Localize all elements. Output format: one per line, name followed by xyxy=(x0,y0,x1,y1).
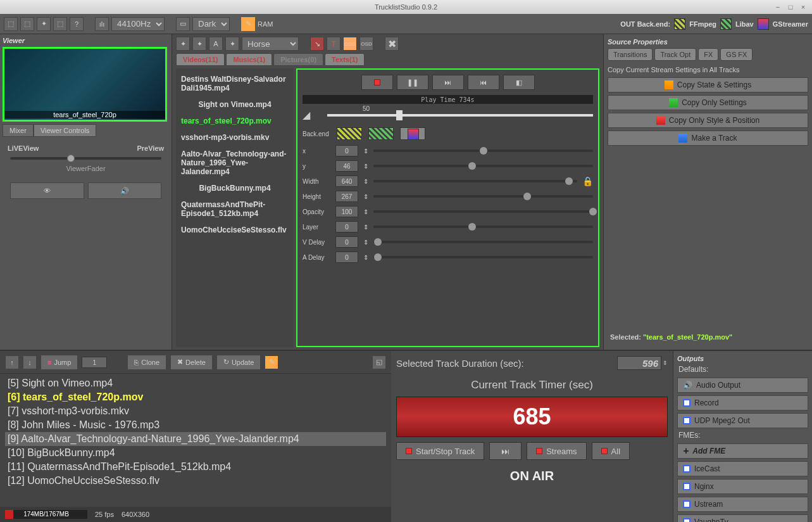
jump-button[interactable]: ≡Jump xyxy=(41,355,78,370)
samplerate-select[interactable]: 44100Hz xyxy=(111,17,165,31)
tool-btn-5[interactable]: ? xyxy=(70,17,84,31)
add-fme-button[interactable]: +Add FME xyxy=(677,443,808,459)
ctool-1[interactable]: ✦ xyxy=(176,37,190,51)
tool-btn-4[interactable]: ⬚ xyxy=(53,17,67,31)
tab-viewer-controls[interactable]: Viewer Controls xyxy=(34,124,96,137)
vaughn-button[interactable]: VaughnTv xyxy=(677,514,808,522)
tool-btn-1[interactable]: ⬚ xyxy=(4,17,18,31)
pause-button[interactable]: ❚❚ xyxy=(397,75,428,90)
ctool-red[interactable]: ↘ xyxy=(310,37,324,51)
tab-videos[interactable]: Videos(11) xyxy=(176,53,225,66)
backend-gstreamer[interactable] xyxy=(400,127,425,140)
preview-area[interactable]: tears_of_steel_720p xyxy=(3,47,167,122)
ctool-osd1[interactable]: OSD xyxy=(343,37,357,51)
file-item[interactable]: vsshort-mp3-vorbis.mkv xyxy=(178,129,291,146)
ctool-3[interactable]: A xyxy=(209,37,223,51)
minimize-button[interactable]: − xyxy=(773,2,783,12)
width-slider[interactable] xyxy=(373,180,577,182)
tool-btn-3[interactable]: ✦ xyxy=(37,17,51,31)
tab-fx[interactable]: FX xyxy=(698,48,718,61)
tool-btn-2[interactable]: ⬚ xyxy=(20,17,34,31)
clone-button[interactable]: ⎘ Clone xyxy=(127,355,166,370)
file-list[interactable]: Destins WaltDisney-Salvador Dali1945.mp4… xyxy=(176,68,294,347)
track-list[interactable]: [5] Sight on Vimeo.mp4 [6] tears_of_stee… xyxy=(0,374,391,507)
adelay-spin[interactable]: 0 xyxy=(335,251,358,263)
close-button[interactable]: × xyxy=(798,2,808,12)
udp-button[interactable]: UDP Mpeg2 Out xyxy=(677,413,808,428)
audio-output-button[interactable]: 🔊Audio Output xyxy=(677,378,808,393)
height-spin[interactable]: 267 xyxy=(335,191,358,202)
speaker-button[interactable]: 🔊 xyxy=(88,182,162,199)
file-item[interactable]: QuatermassAndThePit-Episode1_512kb.mp4 xyxy=(178,196,291,222)
transport-btn[interactable]: ◧ xyxy=(503,75,535,90)
transport-btn[interactable]: ⏭ xyxy=(432,75,464,90)
layer-spin[interactable]: 0 xyxy=(335,221,358,232)
copy-style-button[interactable]: Copy Only Style & Position xyxy=(608,113,808,128)
stop-button[interactable] xyxy=(361,75,393,90)
streams-button[interactable]: Streams xyxy=(527,442,586,460)
tab-gsfx[interactable]: GS FX xyxy=(720,48,753,61)
track-row[interactable]: [5] Sight on Vimeo.mp4 xyxy=(5,376,386,390)
delete-button[interactable]: ✖ Delete xyxy=(170,355,213,370)
file-item[interactable]: Destins WaltDisney-Salvador Dali1945.mp4 xyxy=(178,71,291,96)
nginx-button[interactable]: Nginx xyxy=(677,479,808,494)
copy-settings-button[interactable]: Copy Only Settings xyxy=(608,95,808,110)
opacity-slider[interactable] xyxy=(373,210,593,213)
next-button[interactable]: ⏭ xyxy=(489,442,522,460)
vdelay-spin[interactable]: 0 xyxy=(335,236,358,248)
track-row-selected[interactable]: [6] tears_of_steel_720p.mov xyxy=(5,390,386,404)
x-spin[interactable]: 0 xyxy=(335,145,358,156)
brush-button[interactable]: ✎ xyxy=(265,355,278,369)
maximize-button[interactable]: □ xyxy=(785,2,796,12)
track-row[interactable]: [8] John Miles - Music - 1976.mp3 xyxy=(5,418,386,432)
move-up-button[interactable]: ↑ xyxy=(5,355,19,369)
duration-value[interactable]: 596 xyxy=(617,356,661,370)
opacity-spin[interactable]: 100 xyxy=(335,206,358,217)
viewer-fader-slider[interactable] xyxy=(10,157,161,160)
lock-icon[interactable]: 🔒 xyxy=(582,176,593,186)
track-row[interactable]: [10] BigBuckBunny.mp4 xyxy=(5,446,386,460)
file-item[interactable]: BigBuckBunny.mp4 xyxy=(178,180,291,196)
file-item[interactable]: Aalto-Alvar_Technology-and-Nature_1996_Y… xyxy=(178,146,291,180)
tab-trackopt[interactable]: Track Opt xyxy=(654,48,696,61)
tab-pictures[interactable]: Pictures(0) xyxy=(273,53,323,66)
track-row[interactable]: [12] UomoCheUcciseSeStesso.flv xyxy=(5,474,386,488)
y-slider[interactable] xyxy=(373,165,593,167)
monitor-icon[interactable]: ▭ xyxy=(176,17,190,31)
width-spin[interactable]: 640 xyxy=(335,175,358,187)
adelay-slider[interactable] xyxy=(373,256,593,258)
file-item[interactable]: Sight on Vimeo.mp4 xyxy=(178,96,291,113)
ctool-2[interactable]: ✦ xyxy=(192,37,206,51)
track-row[interactable]: [11] QuatermassAndThePit-Episode1_512kb.… xyxy=(5,460,386,474)
make-track-button[interactable]: Make a Track xyxy=(608,130,808,146)
vdelay-slider[interactable] xyxy=(373,241,593,243)
file-item[interactable]: UomoCheUcciseSeStesso.flv xyxy=(178,222,291,238)
volume-slider[interactable] xyxy=(327,114,593,117)
preset-select[interactable]: Horse xyxy=(242,37,299,51)
height-slider[interactable] xyxy=(373,195,593,198)
x-slider[interactable] xyxy=(373,150,593,152)
transport-btn[interactable]: ⏮ xyxy=(468,75,499,90)
ctool-close[interactable]: ✖ xyxy=(385,37,399,51)
move-down-button[interactable]: ↓ xyxy=(23,355,37,369)
update-button[interactable]: ↻ Update xyxy=(216,355,261,370)
gstreamer-icon[interactable] xyxy=(758,18,769,30)
ustream-button[interactable]: Ustream xyxy=(677,497,808,512)
theme-select[interactable]: Dark xyxy=(192,17,230,31)
start-stop-button[interactable]: Start/Stop Track xyxy=(396,442,484,460)
expand-button[interactable]: ◱ xyxy=(372,355,386,369)
ctool-t[interactable]: T xyxy=(327,37,340,51)
all-button[interactable]: All xyxy=(592,442,630,460)
copy-state-button[interactable]: Copy State & Settings xyxy=(608,77,808,92)
libav-icon[interactable] xyxy=(720,18,732,30)
levels-icon[interactable]: ılı xyxy=(95,17,109,31)
tab-musics[interactable]: Musics(1) xyxy=(226,53,272,66)
backend-libav[interactable] xyxy=(368,127,394,140)
ctool-4[interactable]: ✦ xyxy=(225,37,239,51)
eye-button[interactable]: 👁 xyxy=(10,182,84,199)
icecast-button[interactable]: IceCast xyxy=(677,461,808,476)
y-spin[interactable]: 46 xyxy=(335,160,358,172)
tab-mixer[interactable]: Mixer xyxy=(3,124,34,137)
ctool-osd2[interactable]: OSD xyxy=(359,37,373,51)
ffmpeg-icon[interactable] xyxy=(674,18,685,30)
